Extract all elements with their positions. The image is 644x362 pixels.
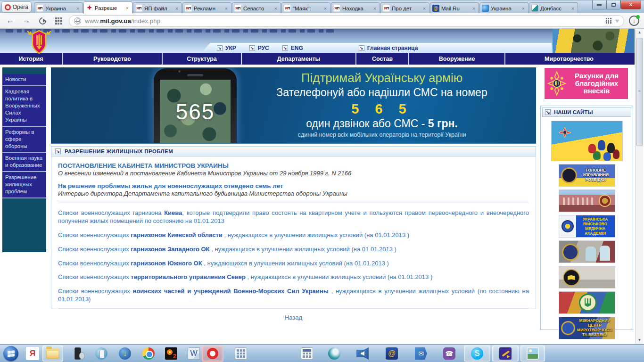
tab-close-icon[interactable]: ×	[124, 5, 130, 11]
tab-close-icon[interactable]: ×	[75, 6, 81, 11]
banner-military-medical-academy[interactable]: УКРАЇНСЬКА ВІЙСЬКОВО МЕДИЧНА АКАДЕМІЯ	[559, 215, 615, 238]
scroll-down-button[interactable]: ▼	[636, 337, 643, 344]
back-link[interactable]: Назад	[285, 314, 302, 321]
tab-yap-sevastopol[interactable]: ЯП Севасто ×	[232, 2, 281, 14]
opera-menu-button[interactable]: Opera	[1, 1, 32, 13]
lang-link-rus[interactable]: РУС	[258, 45, 269, 51]
taskbar-media-device[interactable]	[92, 346, 110, 362]
taskbar-chrome[interactable]	[140, 346, 157, 362]
tab-donbass[interactable]: Донбасс ×	[529, 2, 578, 14]
tab-close-icon[interactable]: ×	[520, 6, 526, 11]
tab-yap-reklama[interactable]: ЯП Рекламн ×	[182, 2, 231, 14]
tab-close-icon[interactable]: ×	[372, 6, 378, 11]
close-button[interactable]: ×	[620, 0, 641, 9]
tab-yap-fail[interactable]: ЯП ЯП файл ×	[133, 2, 182, 14]
taskbar-opera-active[interactable]	[202, 346, 223, 362]
tab-close-icon[interactable]: ×	[421, 6, 427, 11]
list-link-yuzhny-ok[interactable]: Списки военнослужащих гарнизонов Южного …	[58, 260, 529, 268]
start-button[interactable]	[2, 346, 20, 362]
nav-rukovodstvo[interactable]: Руководство	[63, 53, 163, 65]
tab-yap-ukraina[interactable]: ЯП Украина ×	[34, 2, 83, 14]
soldier-photo	[553, 29, 635, 53]
downloads-button[interactable]: ↓	[629, 16, 639, 26]
reload-button[interactable]	[37, 15, 48, 26]
taskbar-mail-client[interactable]: ✉	[412, 346, 430, 362]
taskbar-game[interactable]: 2	[162, 346, 180, 362]
taskbar-calculator[interactable]	[298, 346, 316, 362]
page-scrollbar[interactable]: ▲ ▼	[635, 29, 643, 344]
article-link-sem-let[interactable]: На решение проблемы жилья для военнослуж…	[58, 182, 529, 189]
list-link-kiev[interactable]: Списки военнослужащих гарнизона Киева, к…	[58, 209, 529, 225]
tab-close-icon[interactable]: ×	[570, 6, 576, 11]
banner-press-service[interactable]	[551, 121, 623, 161]
sidebar-item-kadrovaya[interactable]: Кадровая политика в Вооруженных Силах Ук…	[2, 86, 46, 127]
banner-intelligence-directorate[interactable]: ГОЛОВНЕ УПРАВЛІННЯ РОЗВІДКИ	[559, 164, 615, 187]
speed-dial-button[interactable]	[53, 15, 64, 26]
minimize-button[interactable]	[592, 0, 606, 9]
banner-medics[interactable]	[559, 240, 615, 263]
taskbar-web-globe[interactable]	[325, 346, 343, 362]
folder-icon	[46, 348, 59, 359]
lang-link-ukr[interactable]: УКР	[225, 45, 236, 51]
taskbar-mailru-agent[interactable]: @	[383, 346, 401, 362]
sms-565-promo-banner[interactable]: 565 Підтримай Українську армію Зателефон…	[51, 67, 536, 144]
lang-link-eng[interactable]: ENG	[291, 45, 303, 51]
taskbar-viber[interactable]: ☎	[440, 346, 458, 362]
tab-ukraina[interactable]: Украина ×	[479, 2, 528, 14]
restore-button[interactable]	[606, 0, 620, 9]
tab-close-icon[interactable]: ×	[273, 6, 279, 11]
article-link-postanovlenie[interactable]: ПОСТАНОВЛЕНИЕ КАБИНЕТА МИНИСТРОВ УКРАИНЫ	[58, 162, 529, 169]
back-button[interactable]: ←	[5, 15, 16, 26]
sidebar-item-nauka[interactable]: Военная наука и образование	[2, 153, 46, 172]
globe-favicon	[482, 5, 489, 12]
taskbar-acdsee-running[interactable]	[492, 346, 519, 362]
tab-close-icon[interactable]: ×	[223, 6, 229, 11]
taskbar-keypad[interactable]	[232, 346, 250, 362]
banner-sport-committee[interactable]	[559, 291, 615, 314]
nav-vooruzhenie[interactable]: Вооружение	[409, 53, 505, 65]
tab-yap-mayak[interactable]: ЯП "Маяк": ×	[281, 2, 330, 14]
tab-razreshenie-active[interactable]: ✚ Разреше ×	[83, 1, 132, 14]
address-bar-input[interactable]: www.mil.gov.ua/index.php ♥	[69, 15, 624, 27]
list-link-sever[interactable]: Списки военнослужащих территориального у…	[58, 273, 529, 281]
scroll-up-button[interactable]: ▲	[636, 29, 643, 36]
banner-defense-university[interactable]	[559, 189, 615, 212]
sidebar-item-reformy[interactable]: Реформы в сфере обороны	[2, 127, 46, 153]
sidebar-item-zhilishnye[interactable]: Разрешение жилищных проблем	[2, 172, 46, 198]
taskbar-word[interactable]: W	[185, 346, 203, 362]
tab-mailru[interactable]: @ Mail.Ru ×	[430, 2, 479, 14]
tab-yap-nahodka[interactable]: ЯП Находка ×	[331, 2, 380, 14]
scrollbar-thumb[interactable]	[636, 38, 643, 146]
tab-close-icon[interactable]: ×	[471, 6, 477, 11]
taskbar-image-viewer-running[interactable]	[520, 346, 545, 362]
microphone-icon	[603, 152, 611, 161]
donation-banner[interactable]: Рахунки для благодійних внесків	[545, 68, 628, 99]
nav-departamenty[interactable]: Департаменты	[242, 53, 356, 65]
home-page-link[interactable]: Главная страница	[367, 45, 418, 51]
donation-banner-text: Рахунки для благодійних внесків	[568, 72, 625, 94]
bookmark-heart-icon[interactable]: ♥	[615, 17, 619, 25]
tab-close-icon[interactable]: ×	[174, 6, 180, 11]
taskbar-skype-running[interactable]: S	[464, 346, 490, 362]
banner-peacekeeping-center[interactable]: МІЖНАРОДНИЙ ЦЕНТР МИРОТВОРЧОСТІ ТА БЕЗПЕ…	[559, 317, 615, 339]
list-link-kiev-oblast[interactable]: Списки военнослужащих гарнизонов Киевско…	[58, 231, 529, 239]
nav-mirotvorchestvo[interactable]: Миротворчество	[505, 53, 633, 65]
taskbar-explorer[interactable]	[42, 346, 63, 362]
list-link-vms[interactable]: Списки военнослужащих воинских частей и …	[58, 288, 529, 304]
banner-research-institute[interactable]	[559, 266, 615, 288]
tab-yap-pro-det[interactable]: ЯП Про дет ×	[380, 2, 429, 14]
list-link-zapadny-ok[interactable]: Списки военнослужащих гарнизонов Западно…	[58, 246, 529, 254]
tab-close-icon[interactable]: ×	[322, 6, 328, 11]
sidebar-item-novosti[interactable]: Новости	[2, 74, 46, 86]
nav-sostav[interactable]: Состав	[356, 53, 409, 65]
taskbar-phone-suite[interactable]	[69, 346, 87, 362]
nav-struktura[interactable]: Структура	[163, 53, 242, 65]
laurel-emblem-icon	[562, 244, 579, 261]
forward-button[interactable]: →	[21, 15, 32, 26]
taskbar-volume[interactable]	[354, 346, 372, 362]
taskbar-download-manager[interactable]: ↓	[116, 346, 134, 362]
extensions-grid-icon[interactable]	[606, 18, 611, 24]
site-security-globe-icon	[74, 17, 81, 25]
taskbar-yandex[interactable]: Я	[24, 346, 41, 362]
nav-istoriya[interactable]: История	[0, 53, 63, 65]
